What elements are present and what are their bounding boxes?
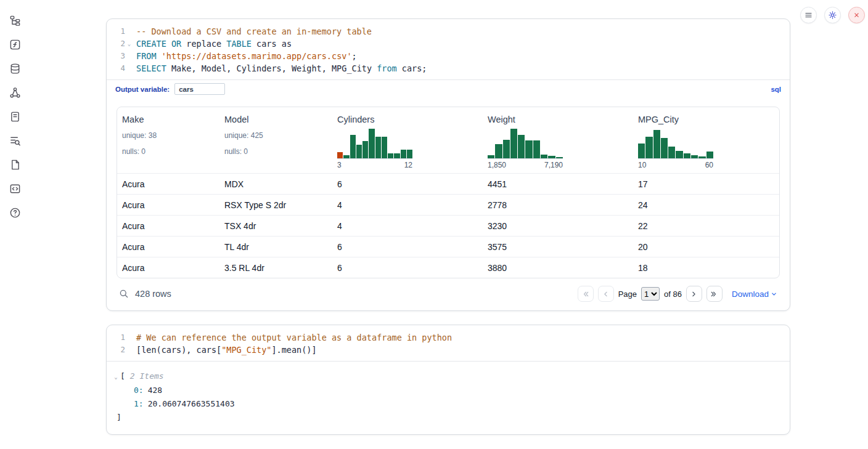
search-icon[interactable] — [119, 289, 129, 299]
column-header-make[interactable]: Makeunique: 38nulls: 0 — [117, 107, 219, 173]
notebook: 1-- Download a CSV and create an in-memo… — [106, 18, 790, 448]
output-variable-row: Output variable: sql — [107, 79, 790, 98]
download-button[interactable]: Download — [732, 289, 777, 299]
histogram-bar[interactable] — [653, 130, 660, 158]
histogram-bar[interactable] — [382, 137, 387, 158]
table-cell: 3575 — [483, 237, 633, 257]
column-stat: nulls: 0 — [224, 147, 327, 156]
table-cell: 6 — [332, 257, 483, 278]
scratchpad-icon[interactable] — [8, 110, 22, 123]
entry-value: 428 — [148, 384, 162, 397]
histogram-bar[interactable] — [362, 141, 368, 158]
table-cell: Acura — [117, 174, 219, 194]
histogram-bar[interactable] — [676, 151, 682, 158]
table-row[interactable]: AcuraTSX 4dr4323022 — [117, 215, 779, 236]
chevrons-right-icon — [710, 290, 718, 298]
column-header-weight[interactable]: Weight1,8507,190 — [483, 107, 633, 173]
histogram-bar[interactable] — [548, 156, 555, 158]
column-header-mpg_city[interactable]: MPG_City1060 — [633, 107, 779, 173]
code-text: FROM 'https://datasets.marimo.app/cars.c… — [133, 50, 357, 62]
file-tree-icon[interactable] — [8, 14, 22, 27]
table-cell: 4 — [332, 216, 483, 236]
histogram-bar[interactable] — [488, 155, 494, 158]
histogram-bar[interactable] — [394, 153, 399, 158]
fold-chevron-icon — [125, 331, 133, 344]
column-name: Cylinders — [337, 115, 478, 124]
settings-button[interactable] — [824, 7, 841, 23]
histogram-bar[interactable] — [350, 135, 356, 158]
histogram-bar[interactable] — [541, 155, 547, 158]
help-icon[interactable] — [8, 206, 22, 219]
histogram-bar[interactable] — [638, 144, 645, 158]
functions-icon[interactable] — [8, 38, 22, 51]
histogram-bar[interactable] — [388, 153, 393, 158]
column-histogram: 1,8507,190 — [488, 129, 563, 169]
histogram-bar[interactable] — [343, 155, 349, 158]
output-variable-label: Output variable: — [115, 86, 170, 93]
histogram-bar[interactable] — [706, 152, 713, 158]
histogram-bar[interactable] — [407, 150, 412, 158]
histogram-bar[interactable] — [337, 152, 343, 158]
histogram-bar[interactable] — [369, 129, 374, 158]
close-button[interactable] — [848, 7, 865, 23]
table-cell: 6 — [332, 237, 483, 257]
column-header-model[interactable]: Modelunique: 425nulls: 0 — [219, 107, 332, 173]
histogram-bar[interactable] — [356, 145, 362, 158]
table-row[interactable]: AcuraTL 4dr6357520 — [117, 236, 779, 257]
histogram-bar[interactable] — [533, 140, 540, 158]
histogram-bar[interactable] — [691, 155, 698, 158]
python-code-editor[interactable]: 1# We can reference the output variable … — [107, 325, 790, 361]
histogram-bar[interactable] — [668, 147, 675, 158]
download-label: Download — [732, 289, 769, 299]
histogram-bar[interactable] — [661, 138, 668, 158]
database-icon[interactable] — [8, 62, 22, 75]
histogram-bar[interactable] — [503, 140, 510, 158]
logs-icon[interactable] — [8, 134, 22, 147]
last-page-button[interactable] — [706, 286, 723, 302]
table-row[interactable]: Acura3.5 RL 4dr6388018 — [117, 257, 779, 278]
documentation-icon[interactable] — [8, 158, 22, 171]
code-text: -- Download a CSV and create an in-memor… — [133, 25, 372, 38]
histogram-bar[interactable] — [510, 129, 517, 158]
column-header-cylinders[interactable]: Cylinders312 — [332, 107, 483, 173]
first-page-button[interactable] — [578, 286, 594, 302]
table-row[interactable]: AcuraRSX Type S 2dr4277824 — [117, 194, 779, 215]
snippets-icon[interactable] — [8, 182, 22, 195]
table-row[interactable]: AcuraMDX6445117 — [117, 173, 779, 194]
column-name: Make — [122, 115, 215, 124]
entry-key: 0: — [134, 384, 148, 397]
sql-cell: 1-- Download a CSV and create an in-memo… — [106, 18, 790, 311]
histogram-bar[interactable] — [525, 140, 532, 158]
column-name: Weight — [488, 115, 628, 124]
page-select[interactable]: 1 — [641, 287, 660, 301]
column-name: Model — [224, 115, 327, 124]
output-entry: 1: 20.060747663551403 — [112, 397, 780, 411]
histogram-bar[interactable] — [556, 157, 563, 158]
histogram-bar[interactable] — [518, 135, 525, 158]
menu-button[interactable] — [800, 7, 817, 23]
column-stat: unique: 425 — [224, 131, 327, 140]
table-cell: 24 — [633, 195, 779, 215]
histogram-bar[interactable] — [401, 150, 406, 158]
chevron-down-icon — [771, 291, 777, 297]
table-cell: 22 — [633, 216, 779, 236]
histogram-axis-labels: 1060 — [638, 161, 713, 169]
output-variable-input[interactable] — [174, 83, 225, 95]
fold-chevron-icon[interactable]: ⌄ — [125, 38, 133, 50]
table-cell: 3.5 RL 4dr — [219, 257, 332, 278]
collapse-chevron-icon[interactable]: ⌄ — [112, 370, 120, 384]
histogram-bar[interactable] — [495, 144, 502, 158]
histogram-bar[interactable] — [684, 153, 690, 158]
open-bracket: [ — [120, 370, 125, 383]
sidebar — [0, 0, 30, 449]
histogram-bar[interactable] — [645, 137, 652, 158]
page-of-label: of 86 — [664, 289, 682, 299]
dependency-graph-icon[interactable] — [8, 86, 22, 99]
sql-code-editor[interactable]: 1-- Download a CSV and create an in-memo… — [107, 19, 790, 79]
histogram-bar[interactable] — [698, 156, 705, 158]
next-page-button[interactable] — [686, 286, 702, 302]
histogram-bar[interactable] — [375, 137, 381, 158]
table-cell: 2778 — [483, 195, 633, 215]
previous-page-button[interactable] — [598, 286, 614, 302]
data-table: Makeunique: 38nulls: 0Modelunique: 425nu… — [117, 107, 780, 278]
